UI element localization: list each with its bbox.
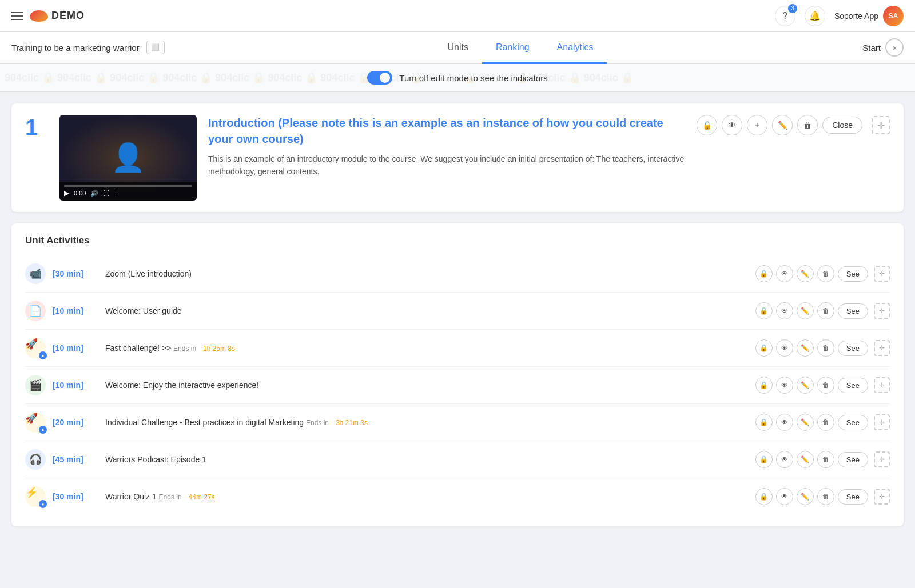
activity-duration: [10 min] [53, 343, 98, 353]
drag-handle[interactable]: ✛ [874, 414, 890, 430]
volume-icon[interactable]: 🔊 [90, 190, 98, 197]
start-button[interactable]: Start › [862, 38, 904, 57]
eye-button[interactable]: 👁 [722, 115, 742, 135]
ends-label: Ends in [306, 419, 329, 427]
edit-button[interactable]: ✏️ [797, 265, 814, 282]
drag-handle[interactable]: ✛ [874, 303, 890, 319]
edit-button[interactable]: ✏️ [797, 377, 814, 394]
edit-button[interactable]: ✏️ [797, 451, 814, 468]
activity-name: Individual Challenge - Best practices in… [105, 418, 749, 427]
see-button[interactable]: See [838, 489, 868, 505]
menu-icon[interactable]: ⋮ [114, 190, 120, 197]
lock-button[interactable]: 🔒 [755, 339, 773, 357]
header-left: DEMO [11, 10, 85, 22]
activity-name: Fast challenge! >> Ends in 1h 25m 8s [105, 343, 749, 353]
eye-button[interactable]: 👁 [776, 339, 793, 357]
edit-mode-toggle[interactable] [367, 71, 392, 85]
unit-number: 1 [25, 115, 48, 141]
fullscreen-icon[interactable]: ⛶ [103, 190, 109, 197]
video-progress-bar [64, 185, 192, 187]
video-thumbnail[interactable]: 👤 ▶ 0:00 🔊 ⛶ ⋮ [59, 115, 197, 201]
user-info[interactable]: Soporte App SA [834, 6, 904, 26]
see-button[interactable]: See [838, 452, 868, 467]
lock-button[interactable]: 🔒 [755, 377, 773, 394]
edit-button[interactable]: ✏️ [797, 302, 814, 319]
help-button[interactable]: ? 3 [775, 6, 795, 26]
user-name: Soporte App [834, 11, 878, 21]
unit-content: Introduction (Please note this is an exa… [208, 115, 685, 178]
drag-handle[interactable]: ✛ [874, 451, 890, 467]
drag-handle[interactable]: ✛ [874, 377, 890, 393]
delete-button[interactable]: 🗑 [817, 265, 834, 282]
lock-button[interactable]: 🔒 [755, 302, 773, 319]
bell-icon: 🔔 [809, 10, 821, 21]
logo-text: DEMO [51, 10, 85, 22]
see-button[interactable]: See [838, 303, 868, 319]
eye-button[interactable]: 👁 [776, 414, 793, 431]
delete-button[interactable]: 🗑 [817, 414, 834, 431]
header-right: ? 3 🔔 Soporte App SA [775, 6, 904, 26]
drag-handle[interactable]: ✛ [874, 489, 890, 505]
unit-description: This is an example of an introductory mo… [208, 153, 685, 178]
delete-button[interactable]: 🗑 [817, 339, 834, 357]
lock-button[interactable]: 🔒 [755, 488, 773, 505]
edit-button[interactable]: ✏️ [797, 414, 814, 431]
drag-handle[interactable]: ✛ [872, 116, 890, 134]
add-button[interactable]: ＋ [747, 115, 767, 135]
delete-button[interactable]: 🗑 [817, 377, 834, 394]
see-button[interactable]: See [838, 415, 868, 430]
video-time: 0:00 [74, 190, 86, 197]
tab-units[interactable]: Units [433, 32, 482, 64]
lock-button[interactable]: 🔒 [697, 115, 717, 135]
see-button[interactable]: See [838, 378, 868, 393]
activity-row: 🚀 ● [20 min] Individual Challenge - Best… [25, 404, 890, 441]
notifications-button[interactable]: 🔔 [805, 6, 825, 26]
eye-button[interactable]: 👁 [776, 265, 793, 282]
lock-button[interactable]: 🔒 [755, 265, 773, 282]
edit-button[interactable]: ✏️ [772, 115, 793, 135]
activity-icon: 🚀 ● [25, 338, 46, 358]
tab-ranking[interactable]: Ranking [482, 32, 543, 64]
eye-button[interactable]: 👁 [776, 377, 793, 394]
activity-row-actions: 🔒 👁 ✏️ 🗑 See ✛ [755, 265, 890, 282]
edit-button[interactable]: ✏️ [797, 488, 814, 505]
delete-button[interactable]: 🗑 [817, 451, 834, 468]
avatar: SA [883, 6, 904, 26]
hamburger-menu[interactable] [11, 12, 23, 20]
activity-row-actions: 🔒 👁 ✏️ 🗑 See ✛ [755, 339, 890, 357]
delete-button[interactable]: 🗑 [797, 115, 818, 135]
lock-button[interactable]: 🔒 [755, 451, 773, 468]
unit-title: Introduction (Please note this is an exa… [208, 115, 685, 147]
activity-icon: 🚀 ● [25, 412, 46, 433]
tab-analytics[interactable]: Analytics [543, 32, 607, 64]
eye-button[interactable]: 👁 [776, 302, 793, 319]
lock-button[interactable]: 🔒 [755, 414, 773, 431]
delete-button[interactable]: 🗑 [817, 302, 834, 319]
activity-name: Welcome: Enjoy the interactive experienc… [105, 381, 749, 390]
activity-icon: 📄 [25, 301, 46, 321]
main-content: 1 👤 ▶ 0:00 🔊 ⛶ ⋮ Introduction (Please no… [0, 92, 915, 538]
activity-name: Welcome: User guide [105, 306, 749, 315]
video-controls: ▶ 0:00 🔊 ⛶ ⋮ [59, 182, 197, 201]
course-title: Training to be a marketing warrior [11, 43, 140, 53]
activity-duration: [30 min] [53, 269, 98, 278]
drag-handle[interactable]: ✛ [874, 266, 890, 282]
ends-time: 1h 25m 8s [203, 345, 235, 353]
delete-button[interactable]: 🗑 [817, 488, 834, 505]
eye-button[interactable]: 👁 [776, 451, 793, 468]
edit-button[interactable]: ✏️ [797, 339, 814, 357]
ends-time: 44m 27s [189, 493, 215, 501]
activity-icon: 🎬 [25, 375, 46, 395]
badge-sub: ● [39, 351, 47, 359]
play-icon[interactable]: ▶ [64, 189, 69, 197]
start-label: Start [862, 43, 881, 53]
drag-handle[interactable]: ✛ [874, 340, 890, 356]
close-button[interactable]: Close [822, 117, 862, 134]
eye-button[interactable]: 👁 [776, 488, 793, 505]
layout-icon[interactable]: ⬜ [146, 41, 165, 54]
edit-banner: 904clic 🔒 904clic 🔒 904clic 🔒 904clic 🔒 … [0, 64, 915, 92]
ends-label: Ends in [173, 345, 196, 353]
see-button[interactable]: See [838, 341, 868, 356]
activity-row: 🎬 [10 min] Welcome: Enjoy the interactiv… [25, 367, 890, 404]
see-button[interactable]: See [838, 266, 868, 282]
